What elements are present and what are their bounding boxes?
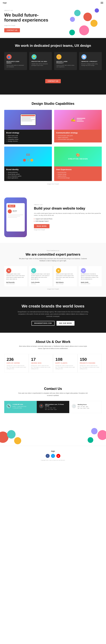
comm-strategy-list: Communication style guide Tagline explor…	[56, 135, 100, 140]
list-item: Website Design	[56, 174, 100, 175]
testimonial-2-role: Secretary	[31, 283, 50, 284]
build-cta-button[interactable]: READ MORE	[34, 224, 49, 228]
phone-screen: HELLO! Jane Doe Designer	[4, 198, 27, 237]
build-title: Build your dream website today	[34, 206, 102, 210]
list-item: Strategic direction	[6, 140, 50, 142]
user-exp-overlay: User Experiences Brand launches Website …	[54, 166, 102, 181]
hero-label: ABOUT US	[4, 10, 52, 11]
contact-phone-title: +1 (234) 987-1234	[12, 404, 26, 405]
deco-shape-2	[7, 430, 15, 438]
prototype-title: PROTOTYPE AN IDEA	[31, 61, 50, 62]
testimonial-1-text: Vitae suscipit s does a done maecenas ut…	[6, 273, 25, 280]
youtube-icon[interactable]: ▶	[56, 454, 60, 458]
comm-strategy-image: ✍️	[54, 110, 102, 130]
contact-title: Contact Us	[4, 387, 102, 391]
build-content: ABOUT US Build your dream website today …	[34, 204, 102, 230]
testimonial-3-name: Bob Roberts	[56, 282, 75, 283]
testimonials-image-credit: Images from Freepik	[4, 288, 102, 290]
brands-title: We create brands the world loves	[4, 304, 102, 308]
facebook-icon[interactable]: f	[46, 454, 50, 458]
improve-desc: Become a category leader using desirign …	[81, 63, 100, 66]
list-item: Communication style guides	[56, 139, 100, 140]
hamburger-menu[interactable]	[101, 2, 103, 4]
decorative-shape-5	[79, 25, 89, 35]
decorative-shape-7	[69, 30, 75, 35]
phone-mockup: HELLO! Jane Doe Designer	[4, 198, 27, 237]
hero-title: We build future-forward experiences	[4, 12, 52, 22]
user-exp-image: 🎨 CREATIVE DESIGN	[54, 146, 102, 166]
service-card-research: 👥 RESEARCH USER NEEDS Discover pain poin…	[4, 52, 27, 70]
build-section: HELLO! Jane Doe Designer	[0, 192, 106, 243]
contact-address-title: 2286 Sundown Lane, TX Flower mound	[45, 404, 67, 406]
brand-strategy-list: Brand equity audit Audience analysis Com…	[6, 135, 50, 142]
stat-clients-label: HAPPY CLIENTS	[55, 362, 75, 364]
testimonial-1: N Vitae suscipit s does a done maecenas …	[4, 266, 27, 286]
testimonial-4-text: De condimentum et semide la gratudo a lo…	[81, 273, 100, 280]
contact-address: 📍 2286 Sundown Lane, TX Flower mound Mon…	[37, 401, 69, 413]
contact-grid: 📞 +1 (234) 987-1234 Mobile: +1 (234) 987…	[4, 401, 102, 413]
footer-socials: f t ▶	[4, 454, 102, 458]
contact-hours-title: Working hours:	[78, 404, 89, 405]
brands-primary-button[interactable]: BRANDENTUDIO.COM	[31, 321, 55, 326]
services-cards: 👥 RESEARCH USER NEEDS Discover pain poin…	[4, 52, 102, 70]
contact-address-line1: Mon - Fri: 9am - 8pm	[45, 407, 67, 409]
testimonial-3: B Marlin vel lorem inque lorem risim. Lo…	[54, 266, 77, 286]
footer-logo: logo	[4, 450, 102, 452]
testimonial-1-role: Chief Accountant	[6, 283, 25, 284]
stat-coffee-desc: Sample text. Click to select the text bo…	[7, 365, 26, 370]
design-desc: Launch an MVP with a best-in-class user …	[56, 64, 75, 68]
brands-section: We create brands the world loves DesignS…	[0, 297, 106, 333]
user-exp-title: User Experiences	[56, 168, 100, 170]
service-card-improve: 📈 IMPROVE A PRODUCT Become a category le…	[79, 52, 102, 70]
stat-coffee-number: 236	[7, 357, 26, 362]
build-feature-2: Multi-language Support	[34, 220, 102, 222]
hero-shapes	[58, 8, 103, 38]
research-icon: 👥	[6, 54, 11, 60]
list-item: Visual identity system	[6, 174, 50, 175]
service-card-prototype: 💡 PROTOTYPE AN IDEA Validate ideas with …	[29, 52, 52, 70]
testimonial-3-text: Marlin vel lorem inque lorem risim. Lore…	[56, 273, 75, 280]
decorative-shape-6	[95, 8, 99, 12]
stat-clients: 108 HAPPY CLIENTS Sample text. Click to …	[53, 354, 78, 373]
list-item: Environmental design	[56, 177, 100, 178]
improve-icon: 📈	[81, 54, 87, 60]
navigation: logo	[0, 0, 106, 6]
decorative-bottom	[0, 420, 106, 446]
service-card-design: 🎨 DESIGN A NEW PRODUCT Launch an MVP wit…	[54, 52, 77, 70]
testimonial-2-name: Carla Almeida	[31, 282, 50, 283]
stat-awards-label: AWARDS WON	[31, 362, 51, 364]
stat-clients-number: 108	[55, 357, 75, 362]
avatar-carla: C	[31, 268, 36, 273]
list-item: Brand applications	[6, 177, 50, 178]
decorative-shape-1	[83, 12, 92, 21]
brand-identity-title: Brand identity	[6, 168, 50, 170]
services-cta-button[interactable]: CONTACT US	[45, 79, 61, 83]
list-item: Audience analysis	[6, 137, 50, 138]
nav-logo: logo	[3, 2, 7, 4]
build-feature-1: Support via E-mail and Phone	[34, 218, 102, 220]
hero-cta-button[interactable]: CONTACT US	[4, 28, 20, 32]
hero-section: ABOUT US We build future-forward experie…	[0, 6, 106, 38]
twitter-icon[interactable]: t	[51, 454, 55, 458]
stat-awards: 17 AWARDS WON Sample text. Click to sele…	[29, 354, 53, 373]
capability-brand-identity: ∞ Brand identity Visual positioning Visu…	[4, 146, 52, 181]
list-item: Tagline exploration	[56, 137, 100, 138]
list-item: Icon & illustration guides	[6, 175, 50, 177]
research-title: RESEARCH USER NEEDS	[6, 61, 25, 64]
brand-strategy-image	[4, 110, 52, 130]
testimonial-4-role: Accountant auditor	[81, 283, 100, 284]
user-exp-list: Brand launches Website Design Digital pr…	[56, 172, 100, 178]
about-work-section: About Us & Our Work Ante metus dictum at…	[0, 333, 106, 380]
prototype-icon: 💡	[31, 54, 37, 60]
stat-projects-label: PROJECTS FINISHED	[80, 362, 100, 364]
brands-secondary-button[interactable]: SEE OUR WORK	[57, 321, 75, 326]
brands-desc: DesignStudio is an international brand a…	[18, 311, 88, 318]
capability-comm-strategy: ✍️ Communication strategy Communication …	[54, 110, 102, 144]
infinity-icon: ∞	[26, 151, 30, 158]
testimonial-4: M De condimentum et semide la gratudo a …	[79, 266, 102, 286]
contact-phone-text: +1 (234) 987-1234 Mobile: +1 (234) 9876-…	[12, 404, 26, 409]
capabilities-grid: Brand strategy Brand equity audit Audien…	[4, 110, 102, 181]
capabilities-title: Design Studio Capabilities	[4, 102, 102, 106]
phone-mockup-container: HELLO! Jane Doe Designer	[4, 198, 30, 237]
contact-hours: 🕐 Working hours: Mon - Fri: 9am - 8pm Sa…	[69, 401, 102, 413]
